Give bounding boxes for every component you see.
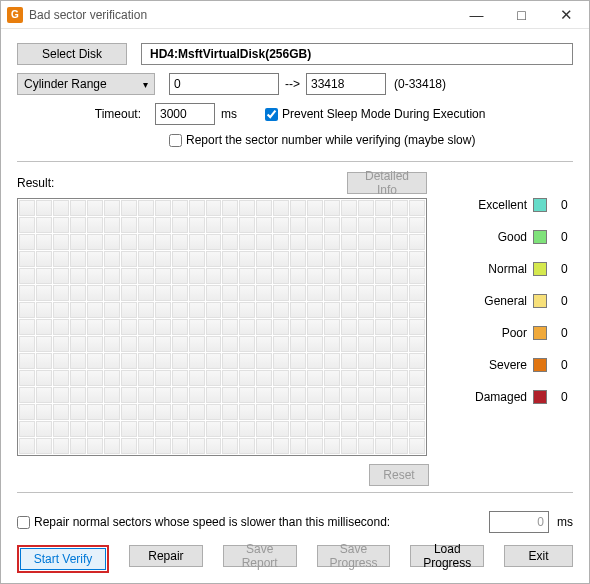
sector-cell — [358, 268, 374, 284]
legend-swatch — [533, 294, 547, 308]
sector-cell — [290, 319, 306, 335]
sector-cell — [324, 336, 340, 352]
sector-cell — [189, 421, 205, 437]
sector-cell — [222, 200, 238, 216]
sector-cell — [19, 251, 35, 267]
sector-cell — [409, 234, 425, 250]
chevron-down-icon: ▾ — [143, 79, 148, 90]
start-verify-button[interactable]: Start Verify — [20, 548, 106, 570]
sector-cell — [70, 217, 86, 233]
sector-cell — [307, 353, 323, 369]
sector-cell — [189, 251, 205, 267]
sector-cell — [375, 404, 391, 420]
start-verify-highlight: Start Verify — [17, 545, 109, 573]
sector-cell — [155, 302, 171, 318]
sector-cell — [375, 251, 391, 267]
save-progress-button[interactable]: Save Progress — [317, 545, 391, 567]
sector-cell — [358, 438, 374, 454]
sector-cell — [273, 251, 289, 267]
sector-cell — [273, 268, 289, 284]
prevent-sleep-input[interactable] — [265, 108, 278, 121]
range-end-input[interactable] — [306, 73, 386, 95]
timeout-label: Timeout: — [17, 107, 155, 121]
load-progress-button[interactable]: Load Progress — [410, 545, 484, 567]
sector-cell — [392, 217, 408, 233]
sector-cell — [239, 200, 255, 216]
sector-cell — [138, 217, 154, 233]
report-sector-label: Report the sector number while verifying… — [186, 133, 475, 147]
sector-cell — [375, 319, 391, 335]
sector-cell — [324, 438, 340, 454]
close-button[interactable]: ✕ — [544, 1, 589, 28]
sector-cell — [290, 353, 306, 369]
timeout-input[interactable] — [155, 103, 215, 125]
prevent-sleep-checkbox[interactable]: Prevent Sleep Mode During Execution — [265, 107, 485, 121]
sector-cell — [121, 302, 137, 318]
sector-cell — [155, 438, 171, 454]
sector-cell — [53, 353, 69, 369]
sector-cell — [36, 217, 52, 233]
window-title: Bad sector verification — [29, 8, 454, 22]
sector-cell — [341, 285, 357, 301]
sector-cell — [70, 234, 86, 250]
report-sector-input[interactable] — [169, 134, 182, 147]
sector-cell — [206, 370, 222, 386]
sector-cell — [375, 217, 391, 233]
sector-cell — [341, 387, 357, 403]
sector-cell — [206, 387, 222, 403]
sector-cell — [392, 268, 408, 284]
sector-cell — [104, 353, 120, 369]
sector-cell — [155, 234, 171, 250]
sector-cell — [341, 438, 357, 454]
exit-button[interactable]: Exit — [504, 545, 573, 567]
sector-cell — [87, 387, 103, 403]
sector-cell — [409, 268, 425, 284]
sector-cell — [53, 438, 69, 454]
detailed-info-button[interactable]: Detailed Info — [347, 172, 427, 194]
sector-cell — [121, 438, 137, 454]
sector-cell — [256, 251, 272, 267]
sector-cell — [172, 268, 188, 284]
sector-cell — [138, 421, 154, 437]
button-row: Start Verify Repair Save Report Save Pro… — [17, 545, 573, 573]
sector-cell — [239, 234, 255, 250]
sector-cell — [290, 251, 306, 267]
report-sector-checkbox[interactable]: Report the sector number while verifying… — [169, 133, 475, 147]
sector-cell — [138, 200, 154, 216]
sector-cell — [70, 251, 86, 267]
sector-cell — [104, 251, 120, 267]
save-report-button[interactable]: Save Report — [223, 545, 297, 567]
select-disk-button[interactable]: Select Disk — [17, 43, 127, 65]
sector-cell — [104, 302, 120, 318]
range-mode-select[interactable]: Cylinder Range ▾ — [17, 73, 155, 95]
sector-cell — [290, 302, 306, 318]
sector-cell — [307, 251, 323, 267]
sector-cell — [206, 217, 222, 233]
sector-cell — [189, 404, 205, 420]
sector-cell — [256, 217, 272, 233]
legend-label: Excellent — [478, 198, 527, 212]
sector-cell — [19, 370, 35, 386]
repair-button[interactable]: Repair — [129, 545, 203, 567]
sector-cell — [104, 319, 120, 335]
sector-cell — [307, 404, 323, 420]
legend-label: Damaged — [475, 390, 527, 404]
sector-cell — [358, 336, 374, 352]
repair-option-input[interactable] — [17, 516, 30, 529]
minimize-button[interactable]: — — [454, 1, 499, 28]
sector-cell — [375, 353, 391, 369]
repair-option-checkbox[interactable]: Repair normal sectors whose speed is slo… — [17, 515, 390, 529]
repair-ms-input — [489, 511, 549, 533]
sector-cell — [53, 234, 69, 250]
sector-cell — [155, 387, 171, 403]
reset-button[interactable]: Reset — [369, 464, 429, 486]
sector-cell — [19, 234, 35, 250]
maximize-button[interactable]: □ — [499, 1, 544, 28]
sector-cell — [189, 302, 205, 318]
sector-cell — [87, 438, 103, 454]
sector-cell — [273, 404, 289, 420]
sector-cell — [70, 438, 86, 454]
sector-cell — [307, 268, 323, 284]
sector-cell — [341, 251, 357, 267]
range-start-input[interactable] — [169, 73, 279, 95]
